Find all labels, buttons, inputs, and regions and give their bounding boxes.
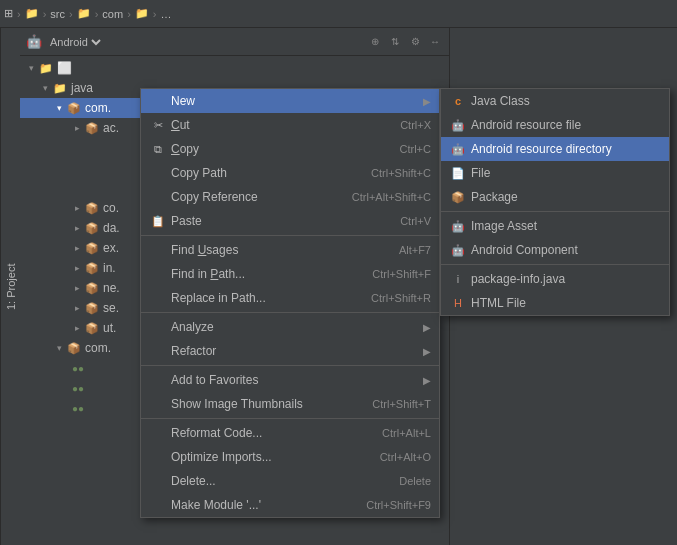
sort-icon[interactable]: ⇅ [387,34,403,50]
submenu-android-res-dir[interactable]: 🤖 Android resource directory [441,137,669,161]
find-usages-shortcut: Alt+F7 [399,244,431,256]
submenu-label-image-asset: Image Asset [471,219,661,233]
menu-item-paste[interactable]: 📋 Paste Ctrl+V [141,209,439,233]
menu-label-thumbnails: Show Image Thumbnails [171,397,364,411]
package-icon-ex: 📦 [84,240,100,256]
package-icon-com1: 📦 [66,100,82,116]
file-icon: 📄 [449,164,467,182]
arrow-in: ▸ [70,261,84,275]
refactor-icon [149,342,167,360]
folder-icon-root: 📁 [38,60,54,76]
menu-label-favorites: Add to Favorites [171,373,419,387]
panel-icons: ⊕ ⇅ ⚙ ↔ [367,34,443,50]
menu-label-delete: Delete... [171,474,391,488]
submenu-label-file: File [471,166,661,180]
submenu-java-class[interactable]: c Java Class [441,89,669,113]
package-icon: 📦 [449,188,467,206]
submenu-new: c Java Class 🤖 Android resource file 🤖 A… [440,88,670,316]
menu-label-find-path: Find in Path... [171,267,364,281]
cut-shortcut: Ctrl+X [400,119,431,131]
menu-item-delete[interactable]: Delete... Delete [141,469,439,493]
tree-label-ut: ut. [103,321,116,335]
menu-item-analyze[interactable]: Analyze ▶ [141,315,439,339]
menu-item-copy-reference[interactable]: Copy Reference Ctrl+Alt+Shift+C [141,185,439,209]
optimize-shortcut: Ctrl+Alt+O [380,451,431,463]
new-arrow: ▶ [423,96,431,107]
tree-label-da: da. [103,221,120,235]
submenu-package[interactable]: 📦 Package [441,185,669,209]
breadcrumb-dots[interactable]: … [160,8,171,20]
breadcrumb: ⊞ › 📁 › src › 📁 › com › 📁 › … [4,7,171,20]
replace-path-icon [149,289,167,307]
menu-item-reformat[interactable]: Reformat Code... Ctrl+Alt+L [141,421,439,445]
menu-item-find-path[interactable]: Find in Path... Ctrl+Shift+F [141,262,439,286]
arrow-root: ▾ [24,61,38,75]
settings-icon[interactable]: ⚙ [407,34,423,50]
package-icon-ne: 📦 [84,280,100,296]
thumbnails-shortcut: Ctrl+Shift+T [372,398,431,410]
menu-item-new[interactable]: New ▶ [141,89,439,113]
thumbnails-icon [149,395,167,413]
sync-icon[interactable]: ⊕ [367,34,383,50]
submenu-label-html-file: HTML File [471,296,661,310]
menu-item-cut[interactable]: ✂ Cut Ctrl+X [141,113,439,137]
find-path-icon [149,265,167,283]
find-path-shortcut: Ctrl+Shift+F [372,268,431,280]
menu-label-copy-path: Copy Path [171,166,363,180]
menu-label-reformat: Reformat Code... [171,426,374,440]
menu-item-find-usages[interactable]: Find Usages Alt+F7 [141,238,439,262]
arrow-ut: ▸ [70,321,84,335]
menu-label-find-usages: Find Usages [171,243,391,257]
image-asset-icon: 🤖 [449,217,467,235]
menu-label-cut: Cut [171,118,392,132]
project-tab[interactable]: 1: Project [0,28,20,545]
menu-separator-2 [141,312,439,313]
reformat-icon [149,424,167,442]
copy-ref-icon [149,188,167,206]
menu-item-make-module[interactable]: Make Module '...' Ctrl+Shift+F9 [141,493,439,517]
tree-item-root[interactable]: ▾ 📁 ⬜ [20,58,449,78]
android-res-file-icon: 🤖 [449,116,467,134]
submenu-android-component[interactable]: 🤖 Android Component [441,238,669,262]
package-icon-ac: 📦 [84,120,100,136]
submenu-label-package-info: package-info.java [471,272,661,286]
copy-path-shortcut: Ctrl+Shift+C [371,167,431,179]
submenu-image-asset[interactable]: 🤖 Image Asset [441,214,669,238]
breadcrumb-src[interactable]: 📁 [25,7,39,20]
breadcrumb-item[interactable]: ⊞ [4,7,13,20]
optimize-icon [149,448,167,466]
package-icon-co: 📦 [84,200,100,216]
breadcrumb-sub-folder[interactable]: 📁 [135,7,149,20]
breadcrumb-com-label[interactable]: com [102,8,123,20]
html-file-icon: H [449,294,467,312]
delete-icon [149,472,167,490]
view-selector[interactable]: Android Project [46,35,104,49]
menu-item-optimize[interactable]: Optimize Imports... Ctrl+Alt+O [141,445,439,469]
tree-label-ne: ne. [103,281,120,295]
menu-label-copy: Copy [171,142,392,156]
green-icon-3: ●● [70,400,86,416]
favorites-icon [149,371,167,389]
package-info-icon: i [449,270,467,288]
breadcrumb-src-label[interactable]: src [50,8,65,20]
menu-label-new: New [171,94,419,108]
submenu-separator-1 [441,211,669,212]
menu-item-copy[interactable]: ⧉ Copy Ctrl+C [141,137,439,161]
menu-item-copy-path[interactable]: Copy Path Ctrl+Shift+C [141,161,439,185]
tree-label-java: java [71,81,93,95]
submenu-html-file[interactable]: H HTML File [441,291,669,315]
menu-label-make-module: Make Module '...' [171,498,358,512]
arrow-ne: ▸ [70,281,84,295]
menu-item-thumbnails[interactable]: Show Image Thumbnails Ctrl+Shift+T [141,392,439,416]
menu-item-favorites[interactable]: Add to Favorites ▶ [141,368,439,392]
submenu-package-info[interactable]: i package-info.java [441,267,669,291]
package-icon-se: 📦 [84,300,100,316]
menu-item-refactor[interactable]: Refactor ▶ [141,339,439,363]
breadcrumb-com-folder[interactable]: 📁 [77,7,91,20]
submenu-file[interactable]: 📄 File [441,161,669,185]
expand-icon[interactable]: ↔ [427,34,443,50]
package-icon-in: 📦 [84,260,100,276]
menu-item-replace-path[interactable]: Replace in Path... Ctrl+Shift+R [141,286,439,310]
submenu-android-res-file[interactable]: 🤖 Android resource file [441,113,669,137]
new-icon [149,92,167,110]
